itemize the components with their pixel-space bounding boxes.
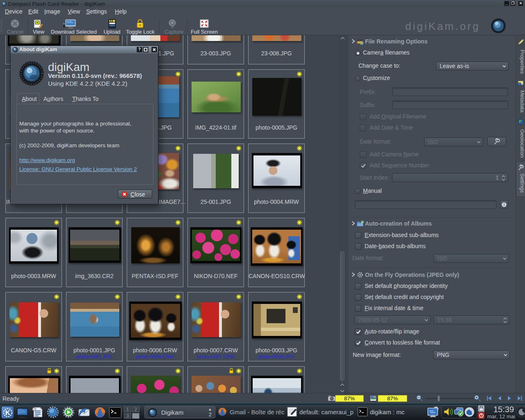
svg-text:K: K — [5, 409, 11, 417]
svg-text:i: i — [504, 203, 505, 207]
